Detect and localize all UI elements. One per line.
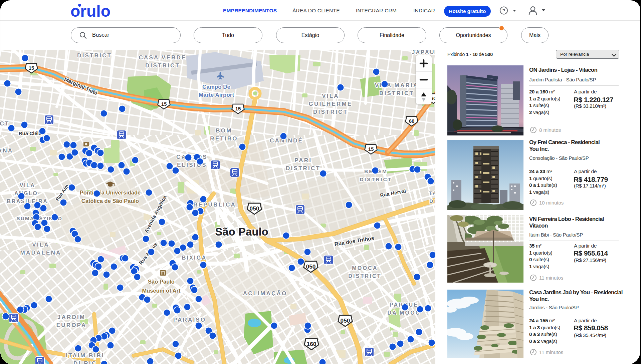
svg-text:VILA: VILA bbox=[322, 93, 339, 99]
svg-text:DI: DI bbox=[429, 198, 435, 204]
svg-text:São Paulo: São Paulo bbox=[148, 279, 175, 285]
svg-text:DISTRICT: DISTRICT bbox=[286, 165, 320, 171]
svg-text:Pontifícia Universidade: Pontifícia Universidade bbox=[80, 190, 141, 196]
svg-text:15: 15 bbox=[161, 101, 167, 107]
svg-text:050: 050 bbox=[341, 317, 350, 324]
svg-text:DISTRICT: DISTRICT bbox=[313, 109, 348, 115]
svg-text:São Paulo: São Paulo bbox=[215, 226, 268, 238]
svg-text:CT: CT bbox=[0, 120, 10, 127]
svg-text:Museum of Art: Museum of Art bbox=[142, 288, 181, 294]
svg-text:Católica de São Paulo: Católica de São Paulo bbox=[81, 198, 139, 204]
svg-text:050: 050 bbox=[250, 205, 259, 212]
svg-text:JAPAU: JAPAU bbox=[412, 50, 435, 55]
svg-text:VILA: VILA bbox=[32, 242, 49, 248]
svg-text:BOM: BOM bbox=[216, 127, 232, 134]
svg-text:RETIRO: RETIRO bbox=[210, 135, 238, 142]
svg-text:VILA: VILA bbox=[20, 183, 35, 188]
svg-text:PARAÍSO: PARAÍSO bbox=[173, 317, 206, 323]
svg-text:DISTRICT: DISTRICT bbox=[379, 90, 414, 96]
svg-text:15: 15 bbox=[235, 106, 241, 111]
svg-text:TA: TA bbox=[429, 190, 435, 196]
svg-text:MADALENA: MADALENA bbox=[20, 250, 61, 256]
svg-text:JARDIM: JARDIM bbox=[57, 314, 85, 320]
svg-text:GUILHERME: GUILHERME bbox=[309, 101, 353, 107]
svg-text:ITAIM BIBI: ITAIM BIBI bbox=[66, 352, 104, 359]
svg-text:Campo De: Campo De bbox=[202, 84, 230, 90]
svg-text:DISTRICT: DISTRICT bbox=[360, 176, 392, 182]
svg-text:BIXIGA: BIXIGA bbox=[182, 255, 207, 261]
svg-text:MOOCA: MOOCA bbox=[352, 265, 378, 271]
svg-text:ACLIMAÇÃO: ACLIMAÇÃO bbox=[243, 290, 287, 297]
svg-text:160: 160 bbox=[307, 341, 316, 347]
svg-text:CASA VERDE: CASA VERDE bbox=[139, 54, 187, 61]
svg-text:EUROPA: EUROPA bbox=[56, 322, 87, 328]
svg-text:15: 15 bbox=[29, 65, 34, 71]
svg-text:DI RIC: DI RIC bbox=[73, 360, 97, 364]
svg-text:REPÚBLICA: REPÚBLICA bbox=[193, 202, 236, 208]
svg-text:DISTRICT: DISTRICT bbox=[348, 273, 381, 279]
svg-text:ANA: ANA bbox=[0, 147, 13, 154]
svg-text:050: 050 bbox=[306, 263, 316, 270]
svg-text:DISTRICT: DISTRICT bbox=[77, 52, 112, 59]
svg-text:?: ? bbox=[502, 8, 505, 13]
svg-text:DISTRICT: DISTRICT bbox=[145, 62, 180, 69]
svg-text:60: 60 bbox=[409, 118, 415, 124]
svg-text:15: 15 bbox=[368, 146, 374, 152]
svg-text:PARI: PARI bbox=[294, 157, 312, 163]
svg-text:Marte Airport: Marte Airport bbox=[199, 92, 234, 98]
